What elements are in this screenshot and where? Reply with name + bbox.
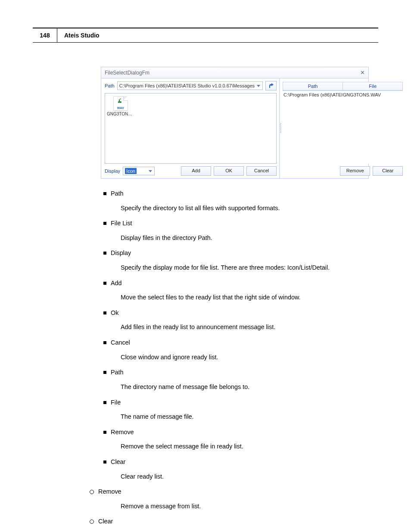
bullet-description: Remove the select message file in ready … (121, 442, 378, 451)
cell-path: C:\Program Files (x86)\ATEIS\ATEIS (283, 92, 343, 97)
bullet-description: Remove a message from list. (121, 502, 378, 511)
bullet-title: Remove (111, 428, 134, 437)
bullet-title: File List (111, 219, 132, 228)
square-bullet-icon (103, 222, 106, 225)
ready-list-body[interactable]: C:\Program Files (x86)\ATEIS\ATEIS GNG3T… (283, 91, 403, 164)
music-note-icon (117, 99, 121, 104)
page-title: Ateis Studio (57, 28, 100, 42)
bullet-item: Path (103, 368, 378, 377)
bullet-title: Cancel (111, 338, 130, 348)
undo-arrow-icon (268, 83, 274, 88)
path-combobox[interactable]: C:\Program Files (x86)\ATEIS\ATEIS Studi… (117, 81, 263, 90)
square-bullet-icon (103, 192, 106, 195)
svg-point-0 (120, 101, 121, 103)
dialog-titlebar: FileSelectDialogFm ✕ (101, 67, 368, 78)
circle-bullet-item: Remove (90, 487, 378, 497)
bullet-item: Clear (103, 457, 378, 467)
dialog-right-pane: Path File C:\Program Files (x86)\ATEIS\A… (280, 78, 406, 178)
bullet-description: Clear ready list. (121, 472, 378, 482)
bullet-description: The directory name of message file belon… (121, 383, 378, 392)
bullet-description: Display files in the directory Path. (121, 233, 378, 243)
bullet-description: The name of message file. (121, 412, 378, 422)
path-label: Path (105, 83, 115, 88)
page-number: 148 (33, 28, 57, 42)
page-header: 148 Ateis Studio (33, 28, 378, 43)
file-select-dialog: FileSelectDialogFm ✕ Path C:\Program Fil… (101, 67, 369, 179)
wav-file-icon: WAV (113, 96, 128, 111)
square-bullet-icon (103, 341, 106, 344)
bullet-title: Path (111, 368, 124, 377)
wav-badge: WAV (115, 106, 127, 109)
ready-list-row[interactable]: C:\Program Files (x86)\ATEIS\ATEIS GNG3T… (283, 91, 403, 98)
bullet-item: Add (103, 279, 378, 288)
bullet-item: File List (103, 219, 378, 228)
square-bullet-icon (103, 252, 106, 255)
bullet-title: Add (111, 279, 122, 288)
bullet-description: Add files in the ready list to announcem… (121, 323, 378, 332)
remove-button[interactable]: Remove (340, 166, 370, 176)
bullet-title: Clear (111, 457, 125, 467)
square-bullet-icon (103, 311, 106, 314)
circle-bullet-icon (90, 520, 94, 524)
close-icon[interactable]: ✕ (360, 69, 365, 76)
display-mode-value: Icon (125, 168, 137, 174)
bullet-title: Clear (98, 517, 113, 526)
square-bullet-icon (103, 282, 106, 285)
bullet-item: File (103, 398, 378, 408)
bullet-item: Remove (103, 428, 378, 437)
bullet-item: Display (103, 249, 378, 258)
square-bullet-icon (103, 460, 106, 464)
bullet-description: Close window and ignore ready list. (121, 353, 378, 362)
col-header-path[interactable]: Path (283, 82, 343, 90)
bullet-title: Ok (111, 308, 118, 318)
cell-file: GNG3TONS.WAV (343, 92, 402, 97)
bullet-description: Specify the display mode for file list. … (121, 263, 378, 273)
bullet-title: File (111, 398, 121, 408)
bullet-title: Path (111, 189, 124, 199)
dialog-title-text: FileSelectDialogFm (105, 70, 149, 76)
bullet-item: Cancel (103, 338, 378, 348)
circle-bullet-item: Clear (90, 517, 378, 526)
up-directory-button[interactable] (265, 81, 277, 90)
file-list-area[interactable]: WAV GNG3TONS... (105, 93, 277, 164)
square-bullet-icon (103, 371, 106, 374)
file-item[interactable]: WAV GNG3TONS... (107, 96, 134, 116)
file-item-label: GNG3TONS... (107, 112, 134, 116)
bullet-title: Display (111, 249, 131, 258)
bullet-item: Ok (103, 308, 378, 318)
description-list: PathSpecify the directory to list all fi… (103, 189, 378, 526)
display-label: Display (105, 168, 120, 174)
ok-button[interactable]: OK (214, 166, 244, 176)
bullet-description: Move the select files to the ready list … (121, 293, 378, 302)
bullet-description: Specify the directory to list all files … (121, 204, 378, 213)
dialog-left-pane: Path C:\Program Files (x86)\ATEIS\ATEIS … (101, 78, 279, 178)
circle-bullet-icon (90, 490, 94, 494)
square-bullet-icon (103, 401, 106, 404)
bullet-item: Path (103, 189, 378, 199)
display-mode-select[interactable]: Icon (123, 167, 155, 175)
ready-list-header: Path File (283, 82, 403, 91)
cancel-button[interactable]: Cancel (246, 166, 277, 176)
bullet-title: Remove (98, 487, 121, 497)
square-bullet-icon (103, 431, 106, 434)
col-header-file[interactable]: File (343, 82, 403, 90)
clear-button[interactable]: Clear (373, 166, 403, 176)
add-button[interactable]: Add (181, 166, 211, 176)
path-value: C:\Program Files (x86)\ATEIS\ATEIS Studi… (119, 83, 255, 88)
